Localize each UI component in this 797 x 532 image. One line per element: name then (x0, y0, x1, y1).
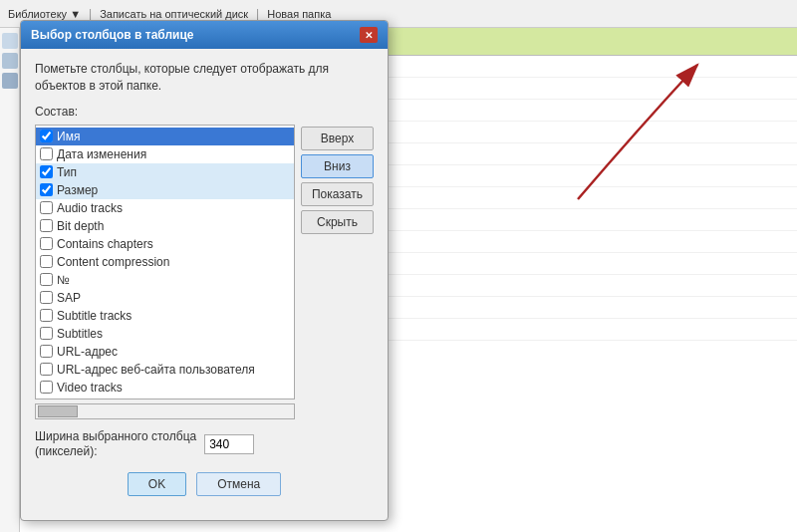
burn-button[interactable]: Записать на оптический диск (100, 8, 248, 20)
ok-button[interactable]: OK (128, 472, 186, 496)
column-list-item[interactable]: Bit depth (36, 217, 294, 235)
move-down-button[interactable]: Вниз (301, 154, 374, 178)
column-item-label: Audio tracks (57, 201, 123, 215)
column-item-label: Дата изменения (57, 147, 146, 161)
column-checkbox[interactable] (40, 237, 53, 250)
hide-button[interactable]: Скрыть (301, 210, 374, 234)
column-checkbox[interactable] (40, 165, 53, 178)
move-up-button[interactable]: Вверх (301, 127, 374, 150)
column-item-label: Bit depth (57, 219, 104, 233)
compose-label: Состав: (35, 105, 374, 119)
sidebar (0, 28, 20, 532)
width-label: Ширина выбранного столбца(пикселей): (35, 429, 196, 460)
width-input[interactable] (204, 434, 254, 454)
column-checkbox[interactable] (40, 345, 53, 358)
library-button[interactable]: Библиотеку ▼ (8, 8, 81, 20)
dialog-close-button[interactable]: ✕ (360, 27, 378, 43)
column-list-item[interactable]: Тип (36, 163, 294, 181)
column-item-label: Тип (57, 165, 77, 179)
sidebar-icon-3[interactable] (2, 73, 18, 89)
column-checkbox[interactable] (40, 309, 53, 322)
column-list-item[interactable]: Audio tracks (36, 199, 294, 217)
column-checkbox[interactable] (40, 363, 53, 376)
cancel-button[interactable]: Отмена (196, 472, 281, 496)
column-list-item[interactable]: Размер (36, 181, 294, 199)
dialog-body: Пометьте столбцы, которые следует отобра… (21, 49, 388, 520)
column-checkbox[interactable] (40, 381, 53, 394)
column-item-label: Content compression (57, 255, 169, 269)
column-item-label: Contains chapters (57, 237, 153, 251)
column-list-item[interactable]: URL-адрес веб-сайта пользователя (36, 361, 294, 379)
column-list-item[interactable]: Content compression (36, 253, 294, 271)
columns-list: ИмяДата измененияТипРазмерAudio tracksBi… (36, 126, 294, 399)
column-list-item[interactable]: URL-адрес (36, 343, 294, 361)
column-list-item[interactable]: Дата изменения (36, 145, 294, 163)
new-folder-button[interactable]: Новая папка (267, 8, 331, 20)
show-button[interactable]: Показать (301, 182, 374, 206)
dialog-titlebar: Выбор столбцов в таблице ✕ (21, 21, 388, 49)
column-item-label: URL-адрес веб-сайта пользователя (57, 363, 255, 377)
column-item-label: Имя (57, 130, 80, 143)
column-checkbox[interactable] (40, 219, 53, 232)
column-item-label: SAP (57, 291, 81, 305)
scrollbar-thumb[interactable] (38, 405, 78, 417)
column-checkbox[interactable] (40, 130, 53, 142)
column-list-item[interactable]: № (36, 271, 294, 289)
column-buttons: Вверх Вниз Показать Скрыть (301, 125, 374, 419)
column-list-item[interactable]: Имя (36, 128, 294, 145)
column-checkbox[interactable] (40, 201, 53, 214)
column-item-label: № (57, 273, 70, 287)
column-list-item[interactable]: Video tracks (36, 379, 294, 397)
column-list-item[interactable]: Subtitles (36, 325, 294, 343)
column-item-label: Subtitles (57, 327, 103, 341)
column-list-item[interactable]: Contains chapters (36, 235, 294, 253)
toolbar-separator: | (89, 7, 92, 21)
columns-list-wrap: ИмяДата измененияТипРазмерAudio tracksBi… (35, 125, 295, 399)
dialog-title: Выбор столбцов в таблице (31, 28, 193, 42)
column-checkbox[interactable] (40, 273, 53, 286)
columns-area: ИмяДата измененияТипРазмерAudio tracksBi… (35, 125, 374, 419)
width-row: Ширина выбранного столбца(пикселей): (35, 429, 374, 460)
column-item-label: Subtitle tracks (57, 309, 132, 323)
column-checkbox[interactable] (40, 291, 53, 304)
toolbar-separator2: | (256, 7, 259, 21)
column-item-label: URL-адрес (57, 345, 118, 359)
dialog-footer: OK Отмена (35, 472, 374, 508)
column-list-item[interactable]: Subtitle tracks (36, 307, 294, 325)
column-list-item[interactable]: SAP (36, 289, 294, 307)
sidebar-icon-1[interactable] (2, 33, 18, 49)
column-checkbox[interactable] (40, 147, 53, 160)
sidebar-icon-2[interactable] (2, 53, 18, 69)
column-picker-dialog: Выбор столбцов в таблице ✕ Пометьте стол… (20, 20, 389, 521)
horizontal-scrollbar[interactable] (35, 403, 295, 419)
dialog-description: Пометьте столбцы, которые следует отобра… (35, 61, 374, 95)
column-item-label: Размер (57, 183, 98, 197)
column-checkbox[interactable] (40, 183, 53, 196)
column-item-label: Video tracks (57, 381, 123, 395)
column-checkbox[interactable] (40, 327, 53, 340)
column-checkbox[interactable] (40, 255, 53, 268)
